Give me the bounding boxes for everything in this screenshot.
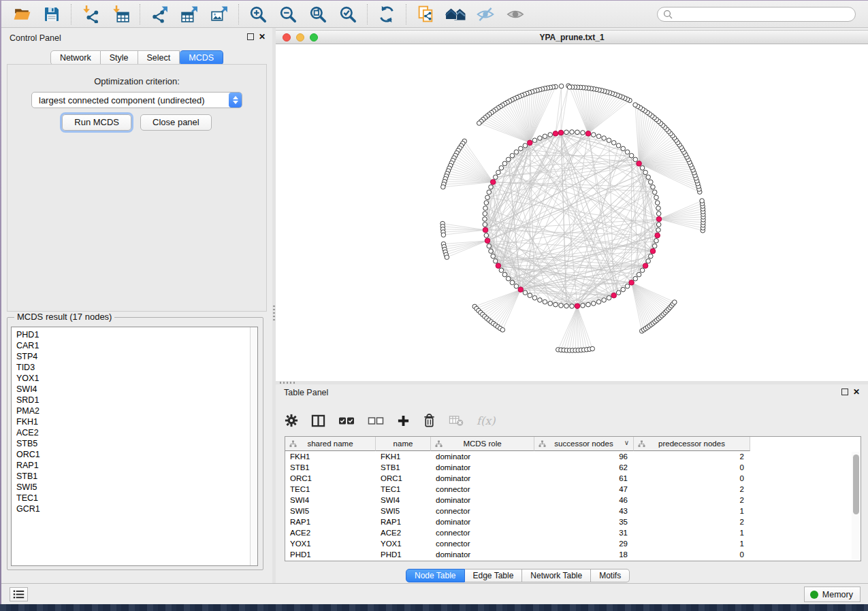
network-node[interactable]: [652, 190, 657, 195]
table-cell[interactable]: 2: [634, 495, 750, 506]
network-node[interactable]: [543, 134, 547, 139]
network-node[interactable]: [646, 175, 651, 180]
network-node[interactable]: [570, 304, 575, 309]
network-node[interactable]: [586, 302, 591, 307]
network-node[interactable]: [494, 175, 498, 180]
mcds-result-item[interactable]: SRD1: [12, 395, 257, 406]
network-hub-node[interactable]: [518, 287, 524, 293]
network-node[interactable]: [489, 249, 494, 254]
network-node[interactable]: [499, 268, 504, 273]
network-node[interactable]: [519, 146, 524, 151]
float-panel-icon[interactable]: [247, 33, 254, 40]
network-node[interactable]: [489, 185, 494, 190]
table-row[interactable]: SWI5SWI5connector431: [285, 506, 861, 516]
mcds-result-item[interactable]: FKH1: [12, 416, 257, 427]
network-hub-node[interactable]: [643, 263, 648, 269]
hide-selected-button[interactable]: [473, 3, 498, 26]
import-table-button[interactable]: [108, 3, 133, 26]
delete-column-button[interactable]: [423, 414, 436, 427]
mcds-result-item[interactable]: STB5: [12, 438, 257, 449]
network-node[interactable]: [502, 161, 507, 166]
table-cell[interactable]: 1: [634, 527, 750, 538]
mcds-result-item[interactable]: SWI5: [12, 482, 257, 493]
network-node[interactable]: [590, 346, 595, 351]
table-cell[interactable]: dominator: [431, 462, 534, 473]
table-cell[interactable]: PHD1: [285, 549, 376, 560]
network-node[interactable]: [633, 276, 638, 281]
network-node[interactable]: [523, 144, 528, 148]
table-cell[interactable]: YOX1: [285, 538, 376, 549]
column-header-shared-name[interactable]: shared name: [285, 437, 376, 451]
network-hub-node[interactable]: [483, 227, 488, 233]
column-settings-button[interactable]: [285, 414, 298, 427]
network-node[interactable]: [616, 291, 621, 295]
table-cell[interactable]: PHD1: [376, 549, 431, 560]
network-hub-node[interactable]: [585, 131, 591, 137]
table-cell[interactable]: ORC1: [376, 473, 431, 484]
table-cell[interactable]: ACE2: [376, 527, 431, 538]
zoom-out-button[interactable]: [276, 3, 300, 26]
table-cell[interactable]: SWI4: [285, 495, 376, 506]
network-node[interactable]: [484, 233, 489, 238]
network-node[interactable]: [564, 303, 569, 308]
network-node[interactable]: [673, 300, 677, 305]
network-node[interactable]: [649, 254, 654, 259]
network-node[interactable]: [514, 150, 519, 154]
mcds-result-item[interactable]: YOX1: [12, 373, 257, 384]
network-node[interactable]: [602, 298, 607, 303]
table-cell[interactable]: 46: [534, 495, 634, 506]
network-hub-node[interactable]: [637, 161, 642, 167]
network-node[interactable]: [655, 201, 660, 205]
network-node[interactable]: [607, 296, 611, 301]
network-hub-node[interactable]: [655, 233, 660, 238]
network-hub-node[interactable]: [656, 216, 662, 222]
table-scrollbar[interactable]: [852, 452, 860, 560]
table-cell[interactable]: FKH1: [285, 451, 376, 462]
network-node[interactable]: [592, 133, 596, 137]
tab-motifs[interactable]: Motifs: [591, 569, 630, 582]
network-node[interactable]: [581, 303, 585, 308]
network-node[interactable]: [654, 239, 659, 244]
table-cell[interactable]: 29: [534, 538, 634, 549]
window-zoom-button[interactable]: [310, 33, 318, 42]
network-node[interactable]: [487, 244, 492, 248]
network-node[interactable]: [625, 284, 630, 288]
zoom-selected-button[interactable]: [336, 3, 360, 26]
network-node[interactable]: [656, 206, 661, 211]
table-cell[interactable]: 96: [534, 451, 634, 462]
table-cell[interactable]: 0: [634, 549, 750, 560]
network-node[interactable]: [596, 134, 601, 139]
table-cell[interactable]: dominator: [431, 473, 534, 484]
export-table-button[interactable]: [177, 3, 202, 26]
run-mcds-button[interactable]: Run MCDS: [62, 114, 131, 131]
network-hub-node[interactable]: [611, 293, 617, 298]
network-hub-node[interactable]: [485, 238, 490, 244]
export-image-button[interactable]: [207, 3, 231, 26]
network-hub-node[interactable]: [528, 140, 533, 146]
table-row[interactable]: RAP1RAP1dominator352: [285, 516, 861, 527]
network-node[interactable]: [496, 170, 501, 175]
table-cell[interactable]: SWI5: [285, 506, 376, 516]
network-node[interactable]: [499, 166, 504, 171]
window-close-button[interactable]: [283, 33, 291, 42]
network-node[interactable]: [621, 146, 626, 151]
column-header-successor-nodes[interactable]: successor nodes∨: [534, 437, 634, 451]
network-node[interactable]: [643, 170, 648, 175]
add-column-button[interactable]: [397, 414, 410, 427]
tab-edge-table[interactable]: Edge Table: [465, 569, 523, 582]
table-cell[interactable]: dominator: [431, 516, 534, 527]
mcds-result-item[interactable]: SWI4: [12, 384, 257, 395]
network-node[interactable]: [487, 190, 492, 195]
network-node[interactable]: [491, 254, 496, 259]
tab-node-table[interactable]: Node Table: [406, 569, 465, 582]
table-cell[interactable]: SWI5: [376, 506, 431, 516]
network-node[interactable]: [559, 303, 564, 308]
network-canvas[interactable]: [276, 44, 868, 381]
tab-network[interactable]: Network: [50, 50, 101, 65]
table-cell[interactable]: 35: [534, 516, 634, 527]
network-node[interactable]: [548, 301, 553, 306]
network-node[interactable]: [654, 195, 659, 200]
table-cell[interactable]: 47: [534, 484, 634, 495]
table-cell[interactable]: STB1: [376, 462, 431, 473]
tab-style[interactable]: Style: [101, 50, 138, 65]
